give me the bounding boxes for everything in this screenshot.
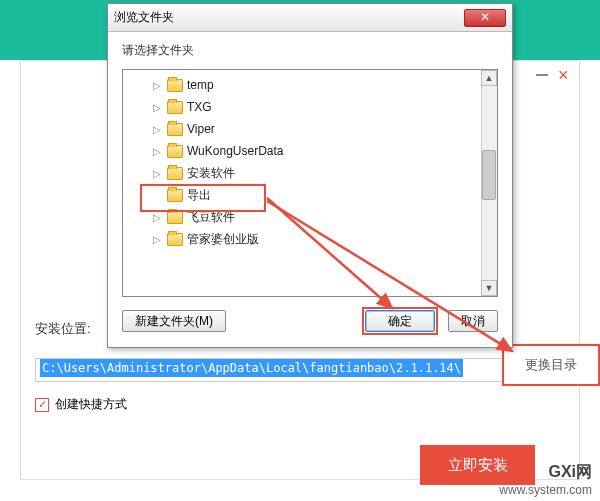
folder-item-viper[interactable]: ▷ Viper	[125, 118, 495, 140]
expand-icon[interactable]: ▷	[153, 168, 163, 179]
scroll-down-icon[interactable]: ▼	[481, 280, 497, 296]
browse-folder-dialog: 浏览文件夹 ✕ 请选择文件夹 ▷ temp ▷ TXG ▷ Viper ▷	[107, 3, 513, 348]
folder-item-feidou[interactable]: ▷ 飞豆软件	[125, 206, 495, 228]
change-directory-button[interactable]: 更换目录	[502, 344, 600, 386]
dialog-instruction: 请选择文件夹	[122, 42, 498, 59]
shortcut-checkbox[interactable]: ✓	[35, 398, 49, 412]
dialog-title: 浏览文件夹	[114, 9, 464, 26]
expand-icon[interactable]: ▷	[153, 102, 163, 113]
folder-icon	[167, 79, 183, 92]
folder-icon	[167, 189, 183, 202]
expand-icon[interactable]: ▷	[153, 146, 163, 157]
dialog-body: 请选择文件夹 ▷ temp ▷ TXG ▷ Viper ▷ WuKongUser…	[108, 32, 512, 347]
folder-label: Viper	[187, 122, 215, 136]
folder-item-txg[interactable]: ▷ TXG	[125, 96, 495, 118]
dialog-button-row: 新建文件夹(M) 确定 取消	[122, 307, 498, 335]
window-controls: ×	[536, 68, 572, 82]
watermark-url: www.system.com	[499, 483, 592, 497]
dialog-close-button[interactable]: ✕	[464, 9, 506, 27]
folder-item-guanjiapo[interactable]: ▷ 管家婆创业版	[125, 228, 495, 250]
folder-label: temp	[187, 78, 214, 92]
ok-button[interactable]: 确定	[365, 310, 435, 332]
cancel-button[interactable]: 取消	[448, 310, 498, 332]
scrollbar[interactable]: ▲ ▼	[481, 70, 497, 296]
scroll-up-icon[interactable]: ▲	[481, 70, 497, 86]
folder-label: 安装软件	[187, 165, 235, 182]
install-path-input[interactable]: C:\Users\Administrator\AppData\Local\fan…	[35, 358, 520, 382]
scroll-thumb[interactable]	[482, 150, 496, 200]
install-location-label: 安装位置:	[35, 320, 91, 338]
folder-icon	[167, 123, 183, 136]
folder-label: 飞豆软件	[187, 209, 235, 226]
install-path-text: C:\Users\Administrator\AppData\Local\fan…	[40, 359, 463, 377]
folder-item-wukong[interactable]: ▷ WuKongUserData	[125, 140, 495, 162]
dialog-titlebar[interactable]: 浏览文件夹 ✕	[108, 4, 512, 32]
shortcut-label: 创建快捷方式	[55, 396, 127, 413]
expand-icon[interactable]: ▷	[153, 212, 163, 223]
folder-icon	[167, 101, 183, 114]
create-shortcut-row: ✓ 创建快捷方式	[35, 396, 127, 413]
watermark-title: GXi网	[499, 462, 592, 483]
folder-item-install-software[interactable]: ▷ 安装软件	[125, 162, 495, 184]
expand-icon[interactable]: ▷	[153, 80, 163, 91]
minimize-icon[interactable]	[536, 74, 548, 76]
folder-icon	[167, 167, 183, 180]
folder-icon	[167, 211, 183, 224]
expand-icon[interactable]: ▷	[153, 124, 163, 135]
folder-label: 管家婆创业版	[187, 231, 259, 248]
watermark: GXi网 www.system.com	[499, 462, 592, 497]
folder-icon	[167, 145, 183, 158]
expand-icon[interactable]: ▷	[153, 234, 163, 245]
annotation-highlight: 确定	[362, 307, 438, 335]
close-icon[interactable]: ×	[558, 68, 572, 82]
folder-label: WuKongUserData	[187, 144, 284, 158]
folder-item-export[interactable]: 导出	[125, 184, 495, 206]
folder-label: 导出	[187, 187, 211, 204]
folder-item-temp[interactable]: ▷ temp	[125, 74, 495, 96]
new-folder-button[interactable]: 新建文件夹(M)	[122, 310, 226, 332]
folder-tree[interactable]: ▷ temp ▷ TXG ▷ Viper ▷ WuKongUserData ▷	[122, 69, 498, 297]
folder-icon	[167, 233, 183, 246]
folder-label: TXG	[187, 100, 212, 114]
